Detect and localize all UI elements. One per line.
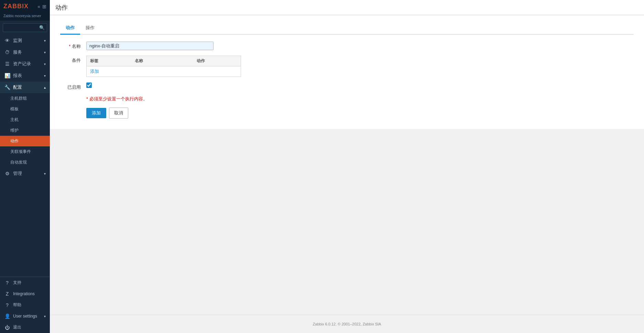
sidebar-item-templates[interactable]: 模板 (0, 104, 50, 114)
form-container: 动作 操作 名称 条件 标签 名称 动作 (50, 15, 644, 129)
sidebar-item-label: 报表 (13, 73, 22, 79)
page-title: 动作 (55, 3, 68, 12)
sidebar-item-monitoring[interactable]: 👁 监测 ▾ (0, 35, 50, 46)
content-area: 动作 操作 名称 条件 标签 名称 动作 (50, 15, 644, 315)
clock-icon: ⏱ (4, 49, 10, 55)
col-header-label: 标签 (87, 56, 131, 66)
add-button[interactable]: 添加 (86, 108, 106, 118)
sidebar-item-admin[interactable]: ⚙ 管理 ▾ (0, 168, 50, 179)
table-add-row: 添加 (87, 66, 241, 77)
col-header-name: 名称 (131, 56, 193, 66)
enabled-row: 已启用 (60, 82, 634, 90)
sidebar: ZABBIX « ⊞ Zabbix mooreyxia server 🔍 👁 监… (0, 0, 50, 333)
sidebar-logo: ZABBIX (3, 3, 29, 10)
tab-actions[interactable]: 动作 (60, 22, 80, 35)
chevron-icon: ▾ (44, 74, 46, 78)
col-header-action: 动作 (193, 56, 221, 66)
menu-icon[interactable]: ⊞ (42, 4, 46, 9)
sidebar-item-label: Integrations (13, 291, 35, 296)
conditions-row: 条件 标签 名称 动作 添加 (60, 56, 634, 77)
server-name: Zabbix mooreyxia server (0, 13, 50, 21)
footer-text: Zabbix 6.0.12. © 2001–2022, Zabbix SIA (313, 322, 381, 326)
top-bar: 动作 (50, 0, 644, 15)
enabled-label: 已启用 (60, 82, 81, 90)
sidebar-item-reports[interactable]: 📊 报表 ▾ (0, 70, 50, 81)
help-icon: ? (4, 302, 10, 308)
user-icon: 👤 (4, 313, 10, 319)
chart-icon: 📊 (4, 73, 10, 78)
warning-message: 必须至少设置一个执行内容。 (86, 96, 634, 102)
logo-text: ZABBIX (3, 3, 29, 10)
chevron-icon: ▾ (44, 172, 46, 176)
enabled-checkbox[interactable] (86, 82, 92, 88)
support-icon: ? (4, 280, 10, 286)
main: 动作 动作 操作 名称 条件 标 (50, 0, 644, 333)
sidebar-item-integrations[interactable]: Z Integrations (0, 288, 50, 299)
sidebar-item-config[interactable]: 🔧 配置 ▴ (0, 81, 50, 93)
enabled-checkbox-wrap (86, 82, 92, 88)
tab-operations[interactable]: 操作 (80, 22, 100, 35)
sidebar-item-hosts[interactable]: 主机 (0, 114, 50, 125)
sidebar-item-logout[interactable]: ⏻ 退出 (0, 322, 50, 333)
sidebar-item-label: 配置 (13, 84, 22, 90)
add-condition-link[interactable]: 添加 (90, 69, 99, 74)
search-box: 🔍 (3, 23, 47, 32)
tabs-bar: 动作 操作 (60, 22, 634, 35)
footer: Zabbix 6.0.12. © 2001–2022, Zabbix SIA (50, 315, 644, 333)
name-row: 名称 (60, 42, 634, 50)
sidebar-item-maintenance[interactable]: 维护 (0, 125, 50, 136)
conditions-label: 条件 (60, 56, 81, 64)
sidebar-item-help[interactable]: ? 帮助 (0, 299, 50, 311)
sidebar-item-label: 退出 (13, 324, 21, 330)
search-input[interactable] (3, 24, 37, 32)
sidebar-header-icons: « ⊞ (37, 4, 46, 9)
sidebar-bottom: ? 支持 Z Integrations ? 帮助 👤 User settings… (0, 277, 50, 333)
sidebar-item-auto-discovery[interactable]: 自动发现 (0, 157, 50, 168)
sidebar-item-label: 服务 (13, 49, 22, 55)
sidebar-header: ZABBIX « ⊞ (0, 0, 50, 13)
main-nav: 👁 监测 ▾ ⏱ 服务 ▾ ☰ 资产记录 ▾ 📊 报表 ▾ 🔧 配置 ▴ 主机群… (0, 35, 50, 179)
cancel-button[interactable]: 取消 (109, 108, 128, 119)
sidebar-item-user-settings[interactable]: 👤 User settings ▾ (0, 311, 50, 322)
sidebar-item-label: 监测 (13, 37, 22, 44)
chevron-icon: ▾ (44, 39, 46, 43)
conditions-table: 标签 名称 动作 添加 (86, 56, 241, 77)
chevron-icon: ▾ (44, 51, 46, 54)
wrench-icon: 🔧 (4, 85, 10, 90)
search-icon[interactable]: 🔍 (37, 24, 47, 32)
sidebar-item-label: 资产记录 (13, 61, 31, 67)
chevron-icon: ▾ (44, 62, 46, 66)
conditions-table-header: 标签 名称 动作 (87, 56, 241, 66)
sidebar-item-label: 支持 (13, 280, 21, 286)
list-icon: ☰ (4, 61, 10, 67)
sidebar-item-event-correlation[interactable]: 关联项事件 (0, 146, 50, 157)
power-icon: ⏻ (4, 325, 10, 330)
buttons-row: 添加 取消 (86, 108, 634, 119)
name-input[interactable] (86, 42, 214, 50)
integrations-icon: Z (4, 291, 10, 297)
sidebar-item-label: 帮助 (13, 302, 21, 308)
collapse-icon[interactable]: « (37, 4, 40, 9)
sidebar-item-label: User settings (13, 314, 37, 319)
sidebar-item-services[interactable]: ⏱ 服务 ▾ (0, 46, 50, 58)
sidebar-item-host-groups[interactable]: 主机群组 (0, 93, 50, 104)
gear-icon: ⚙ (4, 171, 10, 176)
eye-icon: 👁 (4, 38, 10, 43)
sidebar-item-assets[interactable]: ☰ 资产记录 ▾ (0, 58, 50, 70)
chevron-icon: ▾ (44, 314, 46, 318)
name-label: 名称 (60, 42, 81, 49)
sidebar-item-support[interactable]: ? 支持 (0, 277, 50, 288)
sidebar-item-actions[interactable]: 动作 (0, 136, 50, 146)
chevron-up-icon: ▴ (44, 86, 46, 89)
sidebar-item-label: 管理 (13, 170, 22, 177)
